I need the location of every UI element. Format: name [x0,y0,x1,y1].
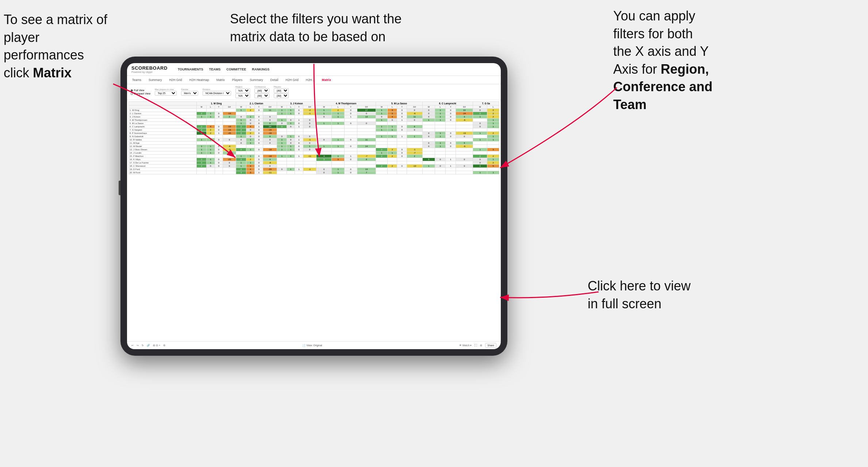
zoom-controls[interactable]: ⊞ ⊟ + [153,344,160,347]
matrix-cell [223,155,236,158]
matrix-cell [197,119,207,122]
matrix-cell: 1 [287,112,295,115]
matrix-cell: 4 [207,125,215,128]
matrix-cell [435,161,445,165]
matrix-cell [456,138,473,142]
players-select-x[interactable]: (All) [274,88,289,93]
matrix-cell: 1 [277,119,287,122]
subnav-teams[interactable]: Teams [131,77,143,82]
matrix-cell: 0 [422,132,435,135]
matrix-cell [277,161,287,165]
matrix-cell: 0 [303,122,316,125]
gender-select[interactable]: Men's [181,91,198,96]
matrix-cell: 1 [388,128,397,132]
matrix-cell: 1 [236,165,246,168]
subnav-matrix-active[interactable]: Matrix [320,77,333,82]
subnav-h2h-more[interactable]: H2H... [304,77,316,82]
matrix-cell: 2 [236,168,246,171]
division-select[interactable]: NCAA Division I [203,91,231,96]
matrix-cell: 0 [316,171,331,174]
matrix-cell: 1 [303,145,316,148]
matrix-cell: 0 [303,125,316,128]
subnav-h2h-grid[interactable]: H2H Grid [168,77,183,82]
nav-rankings[interactable]: RANKINGS [252,67,269,72]
matrix-cell: -2 [303,109,316,112]
matrix-cell: 0 [263,119,277,122]
matrix-cell [197,168,207,171]
redo-icon[interactable]: ↪ [137,344,139,347]
matrix-cell [435,148,445,151]
subnav-summary2[interactable]: Summary [248,77,264,82]
subnav-h2h-grid2[interactable]: H2H Grid [284,77,300,82]
undo-icon[interactable]: ↩ [131,344,134,347]
matrix-cell: 1 [246,115,255,119]
matrix-cell: 1 [332,155,345,158]
link-icon[interactable]: 🔗 [147,344,150,347]
max-players-select[interactable]: Top 25 [155,91,177,96]
matrix-cell: 1 [207,112,215,115]
conference-select-y[interactable]: (All) [254,93,269,98]
refresh-icon[interactable]: ↻ [142,344,144,347]
matrix-cell [435,122,445,125]
nav-committee[interactable]: COMMITTEE [226,67,246,72]
matrix-cell: 0 [223,161,236,165]
matrix-cell: 1 [388,135,397,138]
matrix-cell [388,158,397,161]
matrix-cell: 0 [255,135,263,138]
matrix-cell: 0 [388,119,397,122]
matrix-cell: 1 [207,161,215,165]
matrix-cell: 1 [316,122,331,125]
matrix-cell: 0 [215,145,223,148]
player-name-cell: 6. C Lamprecht [129,125,197,128]
matrix-cell [223,122,236,125]
matrix-cell: 1 [388,125,397,128]
conference-select-x[interactable]: (All) [254,88,269,93]
player-name-cell: 2. L Clanton [129,112,197,115]
matrix-cell: 0 [345,122,357,125]
players-select-y[interactable]: (All) [274,93,289,98]
subnav-players[interactable]: Players [231,77,244,82]
subnav-h2h-heatmap[interactable]: H2H Heatmap [188,77,211,82]
subnav-matrix[interactable]: Matrix [215,77,226,82]
player-name-cell: 1. W Ding [129,109,197,112]
matrix-cell: -6 [407,112,422,115]
matrix-cell: 3 [487,148,499,151]
matrix-cell: 0 [456,158,473,161]
matrix-cell: 0 [316,138,331,142]
grid-icon[interactable]: ⊞ [480,344,482,347]
region-select-x[interactable]: N/A [235,88,250,93]
matrix-cell [246,112,255,115]
settings-icon[interactable]: ⚙ [163,344,165,347]
matrix-cell: 1 [277,109,287,112]
watch-label[interactable]: 👁 Watch ▾ [459,344,472,347]
matrix-cell: 0 [255,109,263,112]
nav-teams[interactable]: TEAMS [209,67,221,72]
matrix-cell: 0 [345,145,357,148]
matrix-cell [295,115,303,119]
matrix-cell: 0 [246,135,255,138]
subnav-detail[interactable]: Detail [269,77,280,82]
region-select-y[interactable]: N/A [235,93,250,98]
matrix-cell [456,128,473,132]
full-view-toggle[interactable]: Full View [131,89,150,92]
matrix-cell [295,128,303,132]
matrix-cell: 0 [295,135,303,138]
matrix-cell: -7 [357,155,376,158]
table-row: 8. P Summerhays521-45220-16010-1312 [129,132,499,135]
matrix-cell [376,168,388,171]
matrix-cell [215,109,223,112]
compact-view-toggle[interactable]: Compact View [131,92,150,95]
nav-tournaments[interactable]: TOURNAMENTS [178,67,203,72]
matrix-cell: 2 [388,155,397,158]
matrix-cell [223,168,236,171]
matrix-cell: 4 [388,115,397,119]
matrix-cell: 1 [207,151,215,155]
matrix-cell: 1 [435,109,445,112]
share-button[interactable]: Share [485,343,496,348]
matrix-cell: 0 [295,148,303,151]
fullscreen-icon[interactable]: ⛶ [475,344,477,347]
matrix-cell [316,142,331,145]
subnav-summary[interactable]: Summary [147,77,163,82]
matrix-cell: 0 [397,125,407,128]
matrix-cell: 0 [246,119,255,122]
